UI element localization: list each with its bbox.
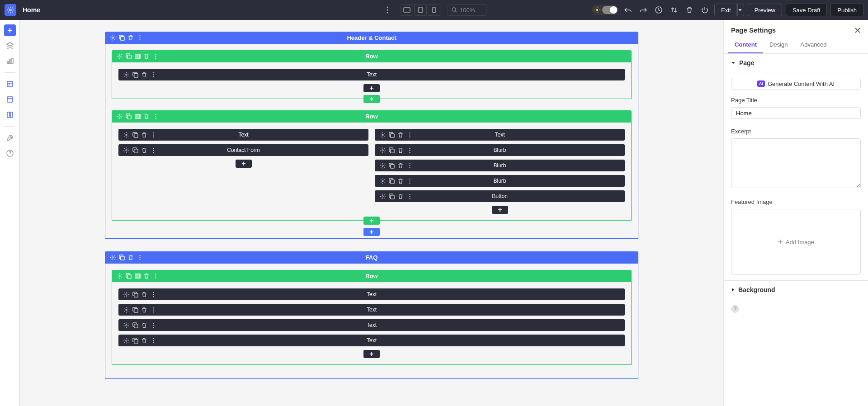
power-button[interactable]	[699, 4, 711, 16]
row-duplicate-button[interactable]	[124, 272, 132, 280]
module-duplicate-button[interactable]	[131, 290, 139, 298]
module-duplicate-button[interactable]	[131, 306, 139, 314]
module-duplicate-button[interactable]	[131, 71, 139, 79]
preview-button[interactable]: Preview	[748, 4, 782, 16]
module-button[interactable]: Button	[375, 190, 625, 202]
undo-button[interactable]	[622, 4, 634, 16]
module-settings-button[interactable]	[378, 161, 387, 170]
module-delete-button[interactable]	[140, 290, 148, 298]
module-more-button[interactable]	[149, 131, 157, 139]
add-image-button[interactable]: Add Image	[731, 209, 861, 275]
module-settings-button[interactable]	[122, 290, 130, 298]
device-tablet-button[interactable]	[414, 4, 427, 16]
row-duplicate-button[interactable]	[124, 52, 132, 61]
module-duplicate-button[interactable]	[131, 336, 139, 345]
row-settings-button[interactable]	[115, 52, 123, 61]
add-element-button[interactable]	[4, 24, 16, 36]
loop-button[interactable]	[4, 109, 16, 121]
generate-ai-button[interactable]: AI Generate Content With AI	[731, 78, 861, 90]
row-columns-button[interactable]	[133, 113, 142, 121]
excerpt-input[interactable]	[731, 138, 861, 188]
module-more-button[interactable]	[406, 177, 414, 185]
tab-design[interactable]: Design	[763, 37, 794, 53]
module-duplicate-button[interactable]	[387, 131, 396, 139]
history-button[interactable]	[653, 4, 665, 16]
save-draft-button[interactable]: Save Draft	[786, 4, 827, 16]
section-settings-button[interactable]	[108, 254, 117, 262]
help-button[interactable]	[4, 147, 16, 159]
row-more-button[interactable]	[151, 272, 160, 280]
module-settings-button[interactable]	[122, 131, 130, 139]
tab-content[interactable]: Content	[728, 37, 763, 53]
exit-button[interactable]: Exit	[714, 4, 738, 16]
module-delete-button[interactable]	[396, 146, 405, 154]
module-duplicate-button[interactable]	[131, 321, 139, 329]
module-settings-button[interactable]	[378, 146, 387, 154]
import-export-button[interactable]	[668, 4, 680, 16]
more-menu-button[interactable]	[382, 4, 393, 16]
module-settings-button[interactable]	[122, 306, 130, 314]
templates-button[interactable]	[4, 78, 16, 90]
publish-button[interactable]: Publish	[830, 4, 863, 16]
add-button[interactable]	[363, 350, 380, 358]
module-duplicate-button[interactable]	[131, 146, 139, 154]
module-duplicate-button[interactable]	[387, 161, 396, 170]
section-more-button[interactable]	[136, 254, 144, 262]
row-more-button[interactable]	[151, 52, 160, 61]
module-text[interactable]: Text	[118, 129, 368, 141]
module-delete-button[interactable]	[396, 161, 405, 170]
row-duplicate-button[interactable]	[124, 113, 132, 121]
module-more-button[interactable]	[406, 192, 414, 200]
add-button[interactable]	[363, 84, 380, 92]
module-more-button[interactable]	[149, 146, 157, 154]
module-delete-button[interactable]	[140, 71, 148, 79]
delete-button[interactable]	[684, 4, 695, 16]
section-duplicate-button[interactable]	[118, 34, 126, 42]
section-header[interactable]: Header & Contact	[105, 32, 638, 44]
device-mobile-button[interactable]	[428, 4, 440, 16]
module-duplicate-button[interactable]	[387, 192, 396, 200]
row-more-button[interactable]	[151, 113, 160, 121]
help-indicator[interactable]: ?	[731, 305, 739, 313]
module-delete-button[interactable]	[140, 336, 148, 345]
row-header[interactable]: Row	[112, 110, 632, 123]
section-duplicate-button[interactable]	[118, 254, 126, 262]
module-text[interactable]: Text	[118, 319, 625, 331]
group-page[interactable]: Page	[724, 54, 868, 72]
module-delete-button[interactable]	[140, 306, 148, 314]
row-delete-button[interactable]	[142, 272, 151, 280]
module-more-button[interactable]	[406, 161, 414, 170]
module-delete-button[interactable]	[396, 131, 405, 139]
row-header[interactable]: Row	[112, 50, 632, 62]
add-button[interactable]	[363, 95, 380, 103]
module-delete-button[interactable]	[140, 131, 148, 139]
section-header[interactable]: FAQ	[105, 251, 638, 264]
library-button[interactable]	[4, 94, 16, 105]
section-settings-button[interactable]	[108, 34, 117, 42]
add-button[interactable]	[492, 206, 508, 214]
row-columns-button[interactable]	[133, 52, 142, 61]
canvas-area[interactable]: Header & Contact Row	[20, 20, 723, 406]
module-delete-button[interactable]	[140, 146, 148, 154]
module-duplicate-button[interactable]	[131, 131, 139, 139]
add-button[interactable]	[236, 160, 252, 168]
section-delete-button[interactable]	[127, 34, 135, 42]
module-more-button[interactable]	[149, 71, 157, 79]
module-more-button[interactable]	[149, 290, 157, 298]
page-title-input[interactable]	[731, 107, 861, 119]
device-desktop-button[interactable]	[401, 4, 413, 16]
module-settings-button[interactable]	[378, 131, 387, 139]
row-settings-button[interactable]	[115, 272, 123, 280]
row-columns-button[interactable]	[133, 272, 142, 280]
module-more-button[interactable]	[406, 131, 414, 139]
group-background[interactable]: Background	[724, 280, 868, 299]
section-more-button[interactable]	[136, 34, 144, 42]
module-more-button[interactable]	[149, 306, 157, 314]
row-delete-button[interactable]	[142, 52, 151, 61]
layers-button[interactable]	[4, 40, 16, 52]
section-delete-button[interactable]	[127, 254, 135, 262]
module-duplicate-button[interactable]	[387, 146, 396, 154]
exit-dropdown-button[interactable]	[736, 4, 744, 16]
module-text[interactable]: Text	[375, 129, 625, 141]
module-more-button[interactable]	[149, 321, 157, 329]
